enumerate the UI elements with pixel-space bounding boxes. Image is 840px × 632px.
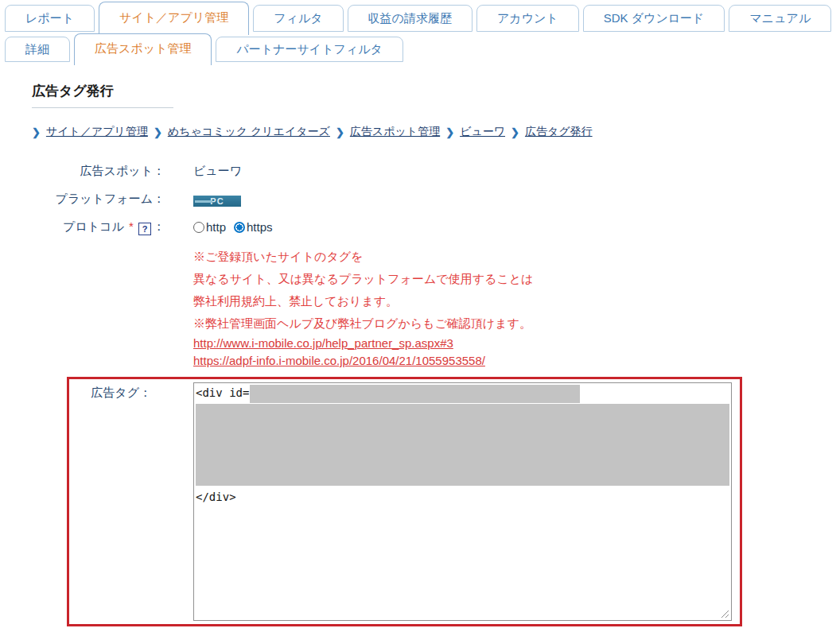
- protocol-colon: ：: [153, 219, 165, 233]
- ad-tag-label: 広告タグ：: [0, 386, 151, 401]
- breadcrumb-link-ad-tag-issue[interactable]: 広告タグ発行: [525, 125, 593, 139]
- protocol-option-https[interactable]: https: [234, 220, 273, 234]
- chevron-right-icon: ❯: [154, 126, 162, 138]
- tab-billing-history[interactable]: 収益の請求履歴: [348, 5, 472, 32]
- resize-grip-icon[interactable]: [720, 609, 729, 618]
- tab-sdk-download[interactable]: SDK ダウンロード: [583, 5, 725, 32]
- secondary-tab-bar: 詳細 広告スポット管理 パートナーサイトフィルタ: [5, 33, 403, 65]
- tab-manual[interactable]: マニュアル: [729, 5, 831, 32]
- radio-https[interactable]: [234, 222, 245, 233]
- tab-site-app-management[interactable]: サイト／アプリ管理: [99, 2, 249, 35]
- warning-line: ※ご登録頂いたサイトのタグを: [193, 246, 533, 268]
- protocol-label: プロトコル * ?：: [0, 219, 165, 235]
- tab-partner-site-filter[interactable]: パートナーサイトフィルタ: [216, 37, 403, 62]
- redacted-ad-tag-id: [250, 385, 580, 403]
- page-title: 広告タグ発行: [32, 82, 173, 108]
- breadcrumb-link-site-name[interactable]: めちゃコミック クリエイターズ: [168, 125, 330, 139]
- platform-pc-badge: PC: [193, 196, 241, 207]
- usage-warning: ※ご登録頂いたサイトのタグを 異なるサイト、又は異なるプラットフォームで使用する…: [193, 246, 533, 370]
- warning-line: ※弊社管理画面ヘルプ及び弊社ブログからもご確認頂けます。: [193, 312, 533, 335]
- chevron-right-icon: ❯: [511, 126, 519, 138]
- chevron-right-icon: ❯: [336, 126, 344, 138]
- help-link-blog[interactable]: https://adpf-info.i-mobile.co.jp/2016/04…: [193, 352, 533, 370]
- ad-tag-issue-page: レポート サイト／アプリ管理 フィルタ 収益の請求履歴 アカウント SDK ダウ…: [0, 0, 840, 632]
- radio-http-label: http: [206, 220, 226, 234]
- ad-tag-code-line: <div id=: [196, 385, 729, 404]
- help-link-partner[interactable]: http://www.i-mobile.co.jp/help_partner_s…: [193, 335, 533, 352]
- redacted-ad-tag-content: [196, 404, 729, 486]
- breadcrumb-link-site-app[interactable]: サイト／アプリ管理: [46, 125, 148, 139]
- tab-report[interactable]: レポート: [5, 5, 95, 32]
- radio-http[interactable]: [193, 222, 204, 233]
- platform-label: プラットフォーム：: [0, 192, 165, 207]
- platform-value: PC: [193, 193, 241, 207]
- tab-account[interactable]: アカウント: [476, 5, 579, 32]
- ad-tag-code-open: <div id=: [196, 385, 249, 404]
- help-icon[interactable]: ?: [138, 223, 151, 235]
- warning-line: 弊社利用規約上、禁止しております。: [193, 290, 533, 312]
- chevron-right-icon: ❯: [445, 126, 454, 138]
- ad-spot-label: 広告スポット：: [0, 164, 165, 179]
- ad-tag-textarea[interactable]: <div id= </div>: [193, 382, 732, 621]
- protocol-label-text: プロトコル: [63, 219, 124, 233]
- tab-detail[interactable]: 詳細: [5, 37, 70, 62]
- breadcrumb: ❯ サイト／アプリ管理 ❯ めちゃコミック クリエイターズ ❯ 広告スポット管理…: [32, 125, 593, 139]
- tab-filter[interactable]: フィルタ: [253, 5, 343, 32]
- warning-line: 異なるサイト、又は異なるプラットフォームで使用することは: [193, 268, 533, 290]
- radio-https-label: https: [247, 220, 273, 234]
- ad-spot-value: ビューワ: [193, 164, 242, 179]
- protocol-option-http[interactable]: http: [193, 220, 226, 234]
- help-links: http://www.i-mobile.co.jp/help_partner_s…: [193, 335, 533, 370]
- protocol-radio-group: http https: [193, 220, 273, 234]
- primary-tab-bar: レポート サイト／アプリ管理 フィルタ 収益の請求履歴 アカウント SDK ダウ…: [5, 0, 831, 35]
- breadcrumb-link-ad-spot-management[interactable]: 広告スポット管理: [350, 125, 440, 139]
- breadcrumb-link-viewer[interactable]: ビューワ: [460, 125, 505, 139]
- tab-ad-spot-management[interactable]: 広告スポット管理: [74, 33, 212, 65]
- ad-tag-code-close: </div>: [196, 488, 729, 506]
- chevron-right-icon: ❯: [32, 126, 41, 138]
- required-mark: *: [129, 219, 134, 233]
